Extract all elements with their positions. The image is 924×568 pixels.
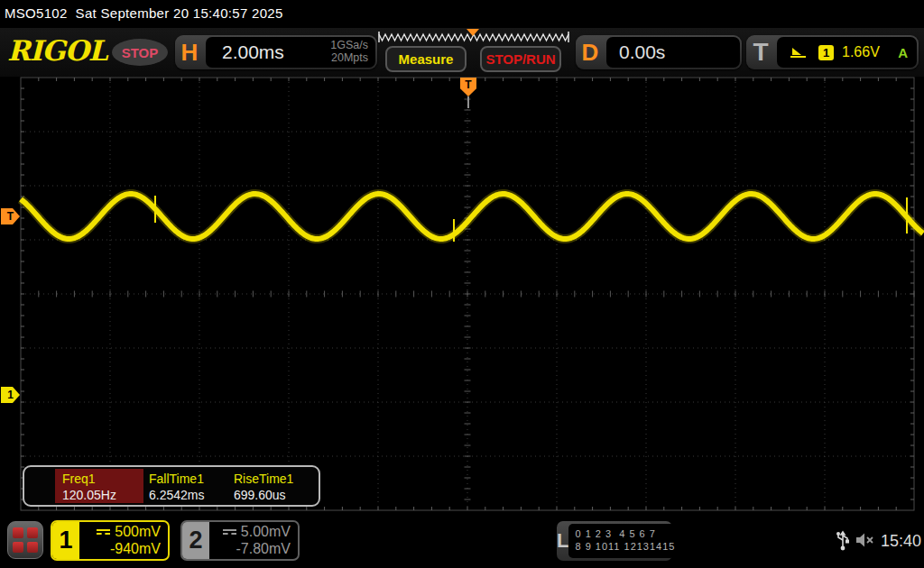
app-grid-square xyxy=(27,527,38,538)
logic-label: L xyxy=(557,521,568,561)
dc-coupling-icon xyxy=(223,529,236,535)
channel2-number: 2 xyxy=(182,522,209,559)
oscilloscope-screen: MSO5102 Sat September 20 15:40:57 2025 R… xyxy=(0,0,924,568)
app-grid-square xyxy=(27,542,38,553)
speaker-muted-icon[interactable] xyxy=(855,531,876,549)
measurement-value: 6.2542ms xyxy=(149,488,204,502)
channel2-scale: 5.00mV xyxy=(241,524,291,540)
channel2-offset: -7.80mV xyxy=(236,541,291,557)
channel1-scale: 500mV xyxy=(115,524,161,540)
measurement-label: RiseTime1 xyxy=(234,472,293,486)
measurement-label: Freq1 xyxy=(62,472,96,486)
usb-icon xyxy=(835,528,851,552)
channel2-pill[interactable]: 2 5.00mV -7.80mV xyxy=(180,520,300,561)
channel1-number: 1 xyxy=(52,522,79,559)
logic-row-1: 0 1 2 3 4 5 6 7 xyxy=(575,528,675,541)
app-grid-icon[interactable] xyxy=(7,521,43,559)
measurement-panel[interactable]: Freq1 120.05Hz FallTime1 6.2542ms RiseTi… xyxy=(23,465,320,507)
dc-coupling-icon xyxy=(97,529,110,535)
measurement-value: 699.60us xyxy=(234,488,286,502)
channel1-pill[interactable]: 1 500mV -940mV xyxy=(51,520,170,561)
app-grid-square xyxy=(13,527,23,538)
trigger-position-line xyxy=(467,96,469,108)
logic-row-2: 8 9 1011 12131415 xyxy=(575,541,675,554)
status-clock: 15:40 xyxy=(881,532,921,551)
app-grid-square xyxy=(13,542,23,553)
channel1-offset: -940mV xyxy=(110,541,161,557)
logic-channels-pill[interactable]: L 0 1 2 3 4 5 6 7 8 9 1011 12131415 xyxy=(557,521,672,561)
measurement-label: FallTime1 xyxy=(149,472,204,486)
measurement-value: 120.05Hz xyxy=(62,488,116,502)
graticule-waveform-area xyxy=(0,77,924,511)
